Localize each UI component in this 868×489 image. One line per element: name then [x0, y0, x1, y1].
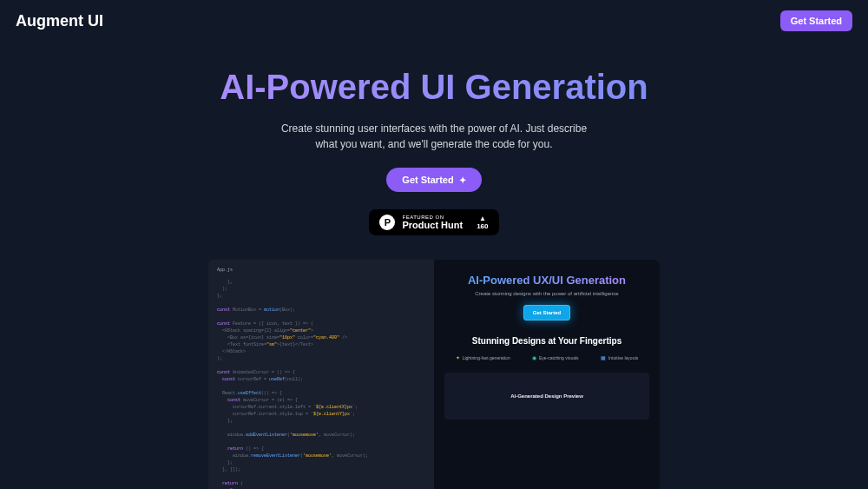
preview-feature-3-label: Intuitive layouts [608, 355, 638, 360]
layout-icon: ▦ [601, 354, 606, 360]
hero-title: AI-Powered UI Generation [220, 68, 648, 107]
preview-section-heading: Stunning Designs at Your Fingertips [444, 336, 649, 346]
sparkle-icon: ✦ [459, 175, 466, 185]
code-editor-pane: App.js }, ); }; const MotionBox = motion… [208, 260, 434, 489]
preview-feature-1-label: Lightning-fast generation [463, 355, 510, 360]
lightning-icon: ✦ [456, 354, 460, 360]
header: Augment UI Get Started [0, 0, 868, 42]
get-started-button-hero[interactable]: Get Started ✦ [386, 168, 481, 192]
preview-feature-2: ◉ Eye-catching visuals [532, 354, 579, 360]
product-hunt-upvote: ▲ 160 [477, 215, 488, 230]
preview-feature-1: ✦ Lightning-fast generation [456, 354, 510, 360]
preview-pane: AI-Powered UX/UI Generation Create stunn… [434, 260, 660, 489]
hero-section: AI-Powered UI Generation Create stunning… [0, 42, 868, 235]
get-started-button-header[interactable]: Get Started [780, 10, 852, 31]
preview-get-started-button: Get Started [523, 305, 570, 320]
preview-generated-box: AI-Generated Design Preview [444, 373, 649, 420]
preview-feature-2-label: Eye-catching visuals [539, 355, 579, 360]
preview-features-row: ✦ Lightning-fast generation ◉ Eye-catchi… [444, 354, 649, 360]
demo-panel: App.js }, ); }; const MotionBox = motion… [208, 260, 660, 489]
product-hunt-badge[interactable]: P FEATURED ON Product Hunt ▲ 160 [369, 209, 498, 235]
eye-icon: ◉ [532, 354, 536, 360]
upvote-count: 160 [477, 222, 488, 230]
hero-cta-row: Get Started ✦ [0, 168, 868, 192]
product-hunt-text: FEATURED ON Product Hunt [402, 215, 463, 230]
hero-subtitle: Create stunning user interfaces with the… [278, 121, 590, 152]
preview-subtitle: Create stunning designs with the power o… [444, 291, 649, 296]
product-hunt-name: Product Hunt [402, 220, 463, 230]
product-hunt-logo-icon: P [379, 215, 395, 230]
cta-label: Get Started [402, 175, 453, 185]
preview-feature-3: ▦ Intuitive layouts [601, 354, 638, 360]
logo: Augment UI [16, 12, 103, 30]
upvote-icon: ▲ [477, 215, 488, 222]
preview-title: AI-Powered UX/UI Generation [468, 274, 626, 287]
code-filename: App.js [217, 267, 425, 274]
